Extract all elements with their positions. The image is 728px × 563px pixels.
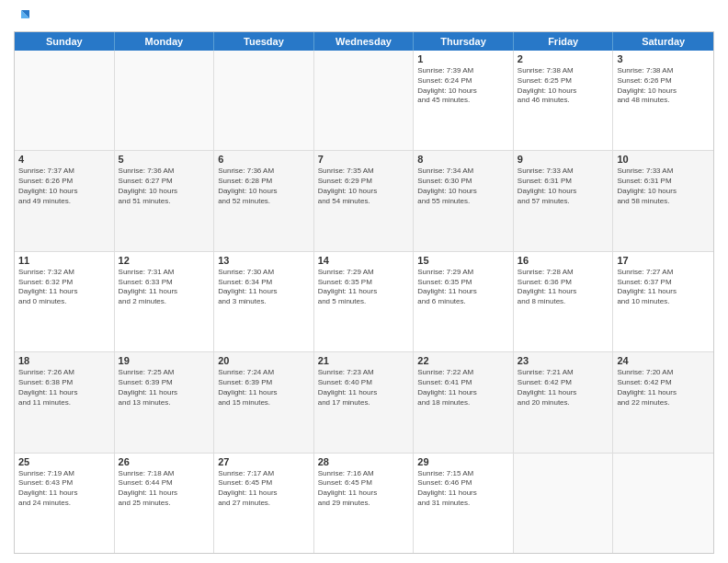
calendar-cell: 1Sunrise: 7:39 AM Sunset: 6:24 PM Daylig… [414,51,514,150]
day-info: Sunrise: 7:28 AM Sunset: 6:36 PM Dayligh… [518,268,609,307]
day-number: 14 [318,255,410,266]
calendar-row-4: 25Sunrise: 7:19 AM Sunset: 6:43 PM Dayli… [15,454,713,553]
day-number: 12 [119,255,210,266]
calendar-cell: 29Sunrise: 7:15 AM Sunset: 6:46 PM Dayli… [414,454,514,553]
calendar-cell [214,51,314,150]
day-number: 29 [417,456,509,467]
calendar-cell [314,51,415,150]
day-info: Sunrise: 7:33 AM Sunset: 6:31 PM Dayligh… [617,167,710,206]
day-number: 1 [417,53,509,64]
page: SundayMondayTuesdayWednesdayThursdayFrid… [0,0,728,563]
day-number: 13 [218,255,310,266]
day-info: Sunrise: 7:35 AM Sunset: 6:29 PM Dayligh… [318,167,410,206]
calendar-cell: 6Sunrise: 7:36 AM Sunset: 6:28 PM Daylig… [214,151,314,250]
day-number: 20 [218,355,310,366]
day-info: Sunrise: 7:22 AM Sunset: 6:41 PM Dayligh… [417,368,509,408]
header-day-saturday: Saturday [613,32,713,51]
day-info: Sunrise: 7:37 AM Sunset: 6:26 PM Dayligh… [18,167,110,206]
day-number: 3 [617,53,710,64]
calendar-row-3: 18Sunrise: 7:26 AM Sunset: 6:38 PM Dayli… [15,352,713,453]
day-number: 2 [518,53,609,64]
calendar-cell: 25Sunrise: 7:19 AM Sunset: 6:43 PM Dayli… [15,454,115,553]
calendar-cell [115,51,215,150]
day-number: 23 [518,355,609,366]
logo [14,9,32,24]
calendar-cell [613,454,713,553]
day-number: 18 [18,355,110,366]
day-info: Sunrise: 7:32 AM Sunset: 6:32 PM Dayligh… [18,268,110,307]
header-day-friday: Friday [514,32,614,51]
calendar-cell: 10Sunrise: 7:33 AM Sunset: 6:31 PM Dayli… [613,151,713,250]
calendar-cell: 15Sunrise: 7:29 AM Sunset: 6:35 PM Dayli… [414,252,514,351]
calendar-cell: 22Sunrise: 7:22 AM Sunset: 6:41 PM Dayli… [414,352,514,452]
calendar-cell: 7Sunrise: 7:35 AM Sunset: 6:29 PM Daylig… [314,151,415,250]
day-info: Sunrise: 7:39 AM Sunset: 6:24 PM Dayligh… [417,66,509,106]
calendar-cell: 20Sunrise: 7:24 AM Sunset: 6:39 PM Dayli… [214,352,314,452]
header-day-wednesday: Wednesday [314,32,415,51]
day-info: Sunrise: 7:23 AM Sunset: 6:40 PM Dayligh… [318,368,410,408]
day-info: Sunrise: 7:34 AM Sunset: 6:30 PM Dayligh… [417,167,509,206]
day-info: Sunrise: 7:16 AM Sunset: 6:45 PM Dayligh… [318,469,410,509]
day-number: 9 [518,154,609,165]
header-day-monday: Monday [115,32,215,51]
calendar-cell: 5Sunrise: 7:36 AM Sunset: 6:27 PM Daylig… [115,151,215,250]
day-number: 4 [18,154,110,165]
calendar-row-0: 1Sunrise: 7:39 AM Sunset: 6:24 PM Daylig… [15,51,713,151]
calendar-cell: 28Sunrise: 7:16 AM Sunset: 6:45 PM Dayli… [314,454,415,553]
day-number: 25 [18,456,110,467]
day-info: Sunrise: 7:29 AM Sunset: 6:35 PM Dayligh… [318,268,410,307]
calendar-cell: 9Sunrise: 7:33 AM Sunset: 6:31 PM Daylig… [514,151,614,250]
header-day-thursday: Thursday [414,32,514,51]
calendar-body: 1Sunrise: 7:39 AM Sunset: 6:24 PM Daylig… [15,51,713,553]
day-number: 16 [518,255,609,266]
day-number: 19 [119,355,210,366]
calendar-row-1: 4Sunrise: 7:37 AM Sunset: 6:26 PM Daylig… [15,151,713,251]
day-number: 27 [218,456,310,467]
day-number: 6 [218,154,310,165]
day-info: Sunrise: 7:19 AM Sunset: 6:43 PM Dayligh… [18,469,110,509]
calendar-cell: 14Sunrise: 7:29 AM Sunset: 6:35 PM Dayli… [314,252,415,351]
day-number: 22 [417,355,509,366]
day-info: Sunrise: 7:18 AM Sunset: 6:44 PM Dayligh… [119,469,210,509]
calendar-cell [15,51,115,150]
day-info: Sunrise: 7:27 AM Sunset: 6:37 PM Dayligh… [617,268,710,307]
calendar: SundayMondayTuesdayWednesdayThursdayFrid… [14,31,714,554]
day-number: 24 [617,355,710,366]
day-info: Sunrise: 7:38 AM Sunset: 6:25 PM Dayligh… [518,66,609,106]
day-number: 15 [417,255,509,266]
calendar-cell: 8Sunrise: 7:34 AM Sunset: 6:30 PM Daylig… [414,151,514,250]
day-number: 28 [318,456,410,467]
day-info: Sunrise: 7:29 AM Sunset: 6:35 PM Dayligh… [417,268,509,307]
day-info: Sunrise: 7:30 AM Sunset: 6:34 PM Dayligh… [218,268,310,307]
calendar-cell: 16Sunrise: 7:28 AM Sunset: 6:36 PM Dayli… [514,252,614,351]
calendar-row-2: 11Sunrise: 7:32 AM Sunset: 6:32 PM Dayli… [15,252,713,352]
day-info: Sunrise: 7:36 AM Sunset: 6:28 PM Dayligh… [218,167,310,206]
calendar-cell: 26Sunrise: 7:18 AM Sunset: 6:44 PM Dayli… [115,454,215,553]
day-info: Sunrise: 7:33 AM Sunset: 6:31 PM Dayligh… [518,167,609,206]
logo-icon [16,7,32,24]
calendar-cell [514,454,614,553]
day-number: 21 [318,355,410,366]
calendar-cell: 2Sunrise: 7:38 AM Sunset: 6:25 PM Daylig… [514,51,614,150]
day-info: Sunrise: 7:26 AM Sunset: 6:38 PM Dayligh… [18,368,110,408]
calendar-cell: 17Sunrise: 7:27 AM Sunset: 6:37 PM Dayli… [613,252,713,351]
day-number: 10 [617,154,710,165]
day-info: Sunrise: 7:31 AM Sunset: 6:33 PM Dayligh… [119,268,210,307]
calendar-cell: 23Sunrise: 7:21 AM Sunset: 6:42 PM Dayli… [514,352,614,452]
day-number: 17 [617,255,710,266]
calendar-cell: 19Sunrise: 7:25 AM Sunset: 6:39 PM Dayli… [115,352,215,452]
day-number: 26 [119,456,210,467]
day-number: 8 [417,154,509,165]
day-number: 11 [18,255,110,266]
day-info: Sunrise: 7:17 AM Sunset: 6:45 PM Dayligh… [218,469,310,509]
calendar-cell: 24Sunrise: 7:20 AM Sunset: 6:42 PM Dayli… [613,352,713,452]
calendar-header: SundayMondayTuesdayWednesdayThursdayFrid… [15,32,713,51]
day-number: 7 [318,154,410,165]
header [14,9,714,24]
day-info: Sunrise: 7:21 AM Sunset: 6:42 PM Dayligh… [518,368,609,408]
calendar-cell: 13Sunrise: 7:30 AM Sunset: 6:34 PM Dayli… [214,252,314,351]
calendar-cell: 3Sunrise: 7:38 AM Sunset: 6:26 PM Daylig… [613,51,713,150]
day-info: Sunrise: 7:24 AM Sunset: 6:39 PM Dayligh… [218,368,310,408]
day-info: Sunrise: 7:36 AM Sunset: 6:27 PM Dayligh… [119,167,210,206]
calendar-cell: 18Sunrise: 7:26 AM Sunset: 6:38 PM Dayli… [15,352,115,452]
